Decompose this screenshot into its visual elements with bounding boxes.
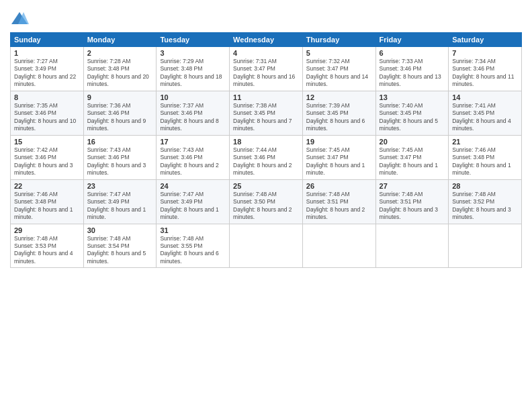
day-info: Sunrise: 7:48 AMSunset: 3:53 PMDaylight:…	[14, 235, 80, 266]
day-number: 22	[14, 182, 80, 190]
day-number: 5	[306, 49, 372, 57]
day-number: 13	[380, 93, 445, 101]
day-info: Sunrise: 7:48 AMSunset: 3:50 PMDaylight:…	[233, 191, 299, 222]
day-number: 30	[87, 226, 153, 234]
logo-icon	[10, 9, 29, 28]
day-info: Sunrise: 7:45 AMSunset: 3:47 PMDaylight:…	[306, 146, 372, 177]
day-info: Sunrise: 7:28 AMSunset: 3:48 PMDaylight:…	[87, 58, 153, 89]
day-number: 6	[380, 49, 445, 57]
day-info: Sunrise: 7:47 AMSunset: 3:49 PMDaylight:…	[160, 191, 226, 222]
col-header-monday: Monday	[83, 33, 157, 47]
day-cell	[449, 224, 522, 268]
day-cell: 17 Sunrise: 7:43 AMSunset: 3:46 PMDaylig…	[157, 135, 230, 179]
day-info: Sunrise: 7:37 AMSunset: 3:46 PMDaylight:…	[160, 102, 226, 133]
day-number: 8	[14, 93, 80, 101]
week-row-3: 15 Sunrise: 7:42 AMSunset: 3:46 PMDaylig…	[11, 135, 522, 179]
day-number: 24	[160, 182, 226, 190]
day-cell: 16 Sunrise: 7:43 AMSunset: 3:46 PMDaylig…	[83, 135, 157, 179]
day-cell: 18 Sunrise: 7:44 AMSunset: 3:46 PMDaylig…	[230, 135, 303, 179]
day-cell: 28 Sunrise: 7:48 AMSunset: 3:52 PMDaylig…	[449, 179, 522, 224]
day-cell: 11 Sunrise: 7:38 AMSunset: 3:45 PMDaylig…	[230, 91, 303, 135]
day-cell: 25 Sunrise: 7:48 AMSunset: 3:50 PMDaylig…	[230, 179, 303, 224]
day-number: 16	[87, 138, 153, 146]
day-info: Sunrise: 7:43 AMSunset: 3:46 PMDaylight:…	[160, 146, 226, 177]
day-info: Sunrise: 7:33 AMSunset: 3:46 PMDaylight:…	[380, 58, 445, 89]
day-number: 7	[452, 49, 518, 57]
day-number: 2	[87, 49, 153, 57]
day-info: Sunrise: 7:38 AMSunset: 3:45 PMDaylight:…	[233, 102, 299, 133]
day-info: Sunrise: 7:45 AMSunset: 3:47 PMDaylight:…	[380, 146, 445, 177]
header	[10, 7, 522, 28]
day-number: 15	[14, 138, 80, 146]
day-number: 18	[233, 138, 299, 146]
day-number: 25	[233, 182, 299, 190]
day-cell: 14 Sunrise: 7:41 AMSunset: 3:45 PMDaylig…	[449, 91, 522, 135]
day-number: 19	[306, 138, 372, 146]
day-number: 29	[14, 226, 80, 234]
page: SundayMondayTuesdayWednesdayThursdayFrid…	[0, 0, 532, 411]
day-info: Sunrise: 7:35 AMSunset: 3:46 PMDaylight:…	[14, 102, 80, 133]
day-number: 4	[233, 49, 299, 57]
day-cell: 8 Sunrise: 7:35 AMSunset: 3:46 PMDayligh…	[11, 91, 84, 135]
day-number: 31	[160, 226, 226, 234]
day-number: 14	[452, 93, 518, 101]
day-cell: 19 Sunrise: 7:45 AMSunset: 3:47 PMDaylig…	[302, 135, 375, 179]
week-row-2: 8 Sunrise: 7:35 AMSunset: 3:46 PMDayligh…	[11, 91, 522, 135]
day-cell: 29 Sunrise: 7:48 AMSunset: 3:53 PMDaylig…	[11, 224, 84, 268]
day-cell: 26 Sunrise: 7:48 AMSunset: 3:51 PMDaylig…	[302, 179, 375, 224]
day-cell: 6 Sunrise: 7:33 AMSunset: 3:46 PMDayligh…	[375, 47, 449, 91]
day-number: 28	[452, 182, 518, 190]
day-cell	[375, 224, 449, 268]
day-cell: 22 Sunrise: 7:46 AMSunset: 3:48 PMDaylig…	[11, 179, 84, 224]
week-row-4: 22 Sunrise: 7:46 AMSunset: 3:48 PMDaylig…	[11, 179, 522, 224]
day-cell: 10 Sunrise: 7:37 AMSunset: 3:46 PMDaylig…	[157, 91, 230, 135]
week-row-1: 1 Sunrise: 7:27 AMSunset: 3:49 PMDayligh…	[11, 47, 522, 91]
day-cell: 27 Sunrise: 7:48 AMSunset: 3:51 PMDaylig…	[375, 179, 449, 224]
day-info: Sunrise: 7:48 AMSunset: 3:51 PMDaylight:…	[306, 191, 372, 222]
day-cell	[230, 224, 303, 268]
day-cell: 7 Sunrise: 7:34 AMSunset: 3:46 PMDayligh…	[449, 47, 522, 91]
day-info: Sunrise: 7:44 AMSunset: 3:46 PMDaylight:…	[233, 146, 299, 177]
day-number: 26	[306, 182, 372, 190]
day-info: Sunrise: 7:34 AMSunset: 3:46 PMDaylight:…	[452, 58, 518, 89]
day-info: Sunrise: 7:47 AMSunset: 3:49 PMDaylight:…	[87, 191, 153, 222]
day-number: 10	[160, 93, 226, 101]
day-number: 21	[452, 138, 518, 146]
day-cell: 23 Sunrise: 7:47 AMSunset: 3:49 PMDaylig…	[83, 179, 157, 224]
day-cell: 13 Sunrise: 7:40 AMSunset: 3:45 PMDaylig…	[375, 91, 449, 135]
day-info: Sunrise: 7:43 AMSunset: 3:46 PMDaylight:…	[87, 146, 153, 177]
day-info: Sunrise: 7:40 AMSunset: 3:45 PMDaylight:…	[380, 102, 445, 133]
day-info: Sunrise: 7:27 AMSunset: 3:49 PMDaylight:…	[14, 58, 80, 89]
day-number: 11	[233, 93, 299, 101]
day-number: 17	[160, 138, 226, 146]
day-number: 1	[14, 49, 80, 57]
day-cell: 2 Sunrise: 7:28 AMSunset: 3:48 PMDayligh…	[83, 47, 157, 91]
day-info: Sunrise: 7:36 AMSunset: 3:46 PMDaylight:…	[87, 102, 153, 133]
day-info: Sunrise: 7:42 AMSunset: 3:46 PMDaylight:…	[14, 146, 80, 177]
day-info: Sunrise: 7:48 AMSunset: 3:52 PMDaylight:…	[452, 191, 518, 222]
day-info: Sunrise: 7:46 AMSunset: 3:48 PMDaylight:…	[452, 146, 518, 177]
day-cell: 3 Sunrise: 7:29 AMSunset: 3:48 PMDayligh…	[157, 47, 230, 91]
day-cell: 4 Sunrise: 7:31 AMSunset: 3:47 PMDayligh…	[230, 47, 303, 91]
day-info: Sunrise: 7:41 AMSunset: 3:45 PMDaylight:…	[452, 102, 518, 133]
day-cell: 31 Sunrise: 7:48 AMSunset: 3:55 PMDaylig…	[157, 224, 230, 268]
day-cell: 9 Sunrise: 7:36 AMSunset: 3:46 PMDayligh…	[83, 91, 157, 135]
day-number: 12	[306, 93, 372, 101]
day-number: 3	[160, 49, 226, 57]
day-info: Sunrise: 7:31 AMSunset: 3:47 PMDaylight:…	[233, 58, 299, 89]
calendar-header-row: SundayMondayTuesdayWednesdayThursdayFrid…	[11, 33, 522, 47]
day-info: Sunrise: 7:32 AMSunset: 3:47 PMDaylight:…	[306, 58, 372, 89]
calendar: SundayMondayTuesdayWednesdayThursdayFrid…	[10, 32, 522, 268]
col-header-friday: Friday	[375, 33, 449, 47]
day-cell: 30 Sunrise: 7:48 AMSunset: 3:54 PMDaylig…	[83, 224, 157, 268]
day-cell: 24 Sunrise: 7:47 AMSunset: 3:49 PMDaylig…	[157, 179, 230, 224]
day-cell: 15 Sunrise: 7:42 AMSunset: 3:46 PMDaylig…	[11, 135, 84, 179]
day-cell: 21 Sunrise: 7:46 AMSunset: 3:48 PMDaylig…	[449, 135, 522, 179]
col-header-thursday: Thursday	[302, 33, 375, 47]
day-info: Sunrise: 7:39 AMSunset: 3:45 PMDaylight:…	[306, 102, 372, 133]
day-number: 9	[87, 93, 153, 101]
col-header-saturday: Saturday	[449, 33, 522, 47]
col-header-wednesday: Wednesday	[230, 33, 303, 47]
day-cell: 5 Sunrise: 7:32 AMSunset: 3:47 PMDayligh…	[302, 47, 375, 91]
col-header-sunday: Sunday	[11, 33, 84, 47]
